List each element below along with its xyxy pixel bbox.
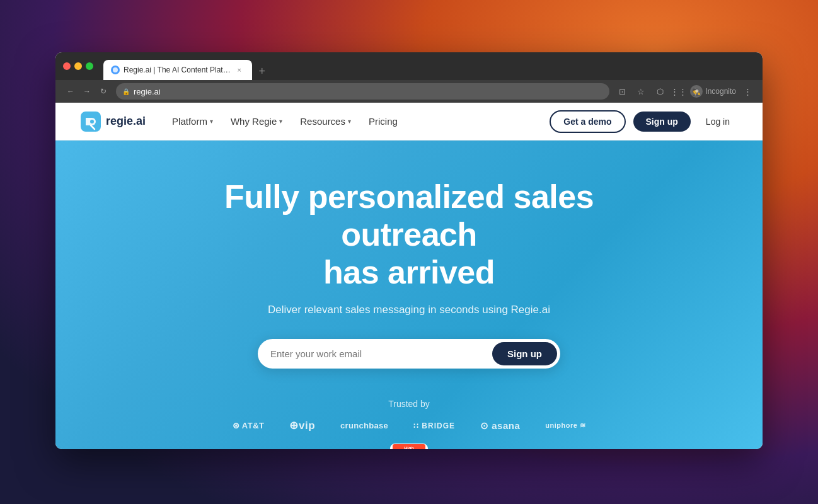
regie-logo-icon (81, 112, 101, 132)
lock-icon: 🔒 (122, 88, 130, 95)
new-tab-button[interactable]: + (253, 62, 271, 80)
wordpress-vip-logo: ⊕vip (289, 419, 315, 432)
incognito-badge: 🕵 Incognito (690, 85, 736, 98)
website-content: regie.ai Platform ▾ Why Regie ▾ Resource… (55, 103, 763, 449)
g2-badge: High Performer G2 SPRING 2023 (390, 444, 428, 449)
traffic-lights (63, 62, 93, 70)
nav-why-regie[interactable]: Why Regie ▾ (223, 112, 290, 130)
incognito-label: Incognito (705, 87, 736, 96)
trusted-section: Trusted by ⊛ AT&T ⊕vip crunchbase ∷ BRID… (81, 399, 737, 449)
forward-button[interactable]: → (79, 84, 95, 99)
site-navbar: regie.ai Platform ▾ Why Regie ▾ Resource… (55, 103, 763, 140)
get-demo-button[interactable]: Get a demo (550, 110, 625, 133)
nav-pricing[interactable]: Pricing (361, 112, 405, 130)
cast-icon[interactable]: ⊡ (614, 84, 630, 99)
active-tab[interactable]: Regie.ai | The AI Content Plat… × (103, 60, 252, 80)
logo-text: regie.ai (106, 115, 146, 128)
g2-badge-top: High Performer (393, 444, 425, 449)
address-url: regie.ai (134, 87, 161, 96)
asana-logo: ⊙ asana (480, 420, 520, 432)
browser-window: Regie.ai | The AI Content Plat… × + ← → … (55, 52, 763, 449)
svg-point-2 (90, 120, 94, 123)
nav-resources[interactable]: Resources ▾ (292, 112, 359, 130)
hero-signup-button[interactable]: Sign up (492, 342, 557, 365)
bookmark-icon[interactable]: ☆ (633, 84, 648, 99)
logo-link[interactable]: regie.ai (81, 112, 146, 132)
fullscreen-window-button[interactable] (86, 62, 93, 70)
browser-toolbar: ← → ↻ 🔒 regie.ai ⊡ ☆ ⬡ ⋮⋮ 🕵 Incognito ⋮ (55, 80, 763, 103)
bridge-logo: ∷ BRIDGE (413, 421, 455, 430)
incognito-icon: 🕵 (690, 85, 703, 98)
email-input[interactable] (270, 348, 492, 359)
login-button[interactable]: Log in (698, 112, 737, 132)
extension-icon[interactable]: ⬡ (652, 84, 667, 99)
hero-subtitle: Deliver relevant sales messaging in seco… (268, 304, 550, 316)
tab-bar: Regie.ai | The AI Content Plat… × + (103, 52, 755, 80)
nav-signup-button[interactable]: Sign up (633, 112, 691, 132)
att-logo: ⊛ AT&T (233, 421, 265, 430)
nav-links: Platform ▾ Why Regie ▾ Resources ▾ Prici… (164, 112, 550, 130)
browser-chrome: Regie.ai | The AI Content Plat… × + (55, 52, 763, 80)
back-button[interactable]: ← (63, 84, 78, 99)
tab-title: Regie.ai | The AI Content Plat… (124, 66, 231, 74)
close-window-button[interactable] (63, 62, 71, 70)
trusted-logos: ⊛ AT&T ⊕vip crunchbase ∷ BRIDGE ⊙ asana (81, 419, 737, 432)
refresh-button[interactable]: ↻ (96, 84, 111, 99)
hero-title: Fully personalized sales outreach has ar… (195, 178, 623, 291)
why-regie-chevron-icon: ▾ (279, 118, 282, 125)
trusted-label: Trusted by (81, 399, 737, 409)
nav-cta-buttons: Get a demo Sign up Log in (550, 110, 737, 133)
g2-badge-container: High Performer G2 SPRING 2023 (81, 437, 737, 449)
uniphore-logo: uniphore ≋ (545, 421, 585, 430)
hero-email-form: Sign up (258, 339, 560, 369)
nav-platform[interactable]: Platform ▾ (164, 112, 221, 130)
minimize-window-button[interactable] (74, 62, 82, 70)
toolbar-right-icons: ⊡ ☆ ⬡ ⋮⋮ 🕵 Incognito ⋮ (614, 84, 755, 99)
resources-chevron-icon: ▾ (348, 118, 351, 125)
more-options-button[interactable]: ⋮ (740, 84, 755, 99)
tab-favicon-icon (111, 66, 120, 74)
tab-close-button[interactable]: × (234, 65, 245, 75)
grid-icon[interactable]: ⋮⋮ (671, 84, 686, 99)
svg-point-0 (113, 67, 118, 72)
desktop: Regie.ai | The AI Content Plat… × + ← → … (0, 0, 818, 504)
crunchbase-logo: crunchbase (340, 421, 388, 430)
platform-chevron-icon: ▾ (210, 118, 213, 125)
address-bar[interactable]: 🔒 regie.ai (116, 83, 609, 100)
hero-section: Fully personalized sales outreach has ar… (55, 140, 763, 449)
browser-nav-buttons: ← → ↻ (63, 84, 111, 99)
